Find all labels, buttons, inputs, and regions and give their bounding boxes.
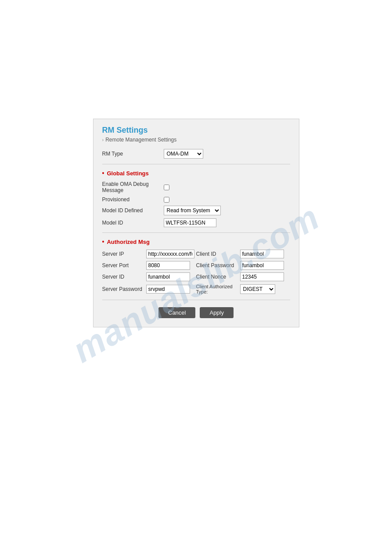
model-id-defined-row: Model ID Defined Read from System (102, 206, 290, 215)
server-id-label: Server ID (102, 274, 146, 280)
subtitle-text: Remote Management Settings (105, 137, 176, 143)
global-settings-title: Global Settings (107, 170, 148, 177)
rm-settings-panel: RM Settings › Remote Management Settings… (93, 119, 299, 327)
client-password-input[interactable] (240, 261, 284, 270)
rm-type-label: RM Type (102, 151, 164, 157)
authorized-msg-bullet: • (102, 238, 104, 245)
provisioned-row: Provisioned (102, 196, 290, 203)
server-password-label: Server Password (102, 286, 146, 292)
model-id-label: Model ID (102, 220, 164, 226)
enable-oma-checkbox[interactable] (164, 185, 169, 190)
provisioned-checkbox[interactable] (164, 197, 169, 203)
client-auth-type-select[interactable]: DIGEST (240, 284, 275, 294)
client-nonce-label: Client Nonce (196, 274, 240, 280)
server-id-input[interactable] (146, 272, 190, 281)
authorized-msg-grid: Server IP Client ID Server Port Client P… (102, 250, 290, 294)
server-ip-label: Server IP (102, 251, 146, 257)
client-id-input[interactable] (240, 250, 284, 258)
subtitle-arrow: › (102, 137, 104, 142)
server-password-left: Server Password (102, 284, 196, 294)
divider-3 (102, 300, 290, 300)
client-nonce-right: Client Nonce (196, 272, 290, 281)
model-id-defined-select[interactable]: Read from System (164, 206, 221, 215)
server-id-left: Server ID (102, 272, 196, 281)
divider-1 (102, 164, 290, 164)
model-id-defined-label: Model ID Defined (102, 207, 164, 214)
divider-2 (102, 232, 290, 233)
page-title: RM Settings (102, 126, 290, 135)
client-nonce-input[interactable] (240, 272, 284, 281)
authorized-msg-heading: • Authorized Msg (102, 238, 290, 245)
enable-oma-label: Enable OMA Debug Message (102, 181, 164, 193)
apply-button[interactable]: Apply (200, 307, 234, 318)
server-ip-input[interactable] (146, 250, 194, 258)
cancel-button[interactable]: Cancel (158, 307, 195, 318)
rm-type-select[interactable]: OMA-DM (164, 149, 203, 159)
client-id-right: Client ID (196, 250, 290, 258)
model-id-input[interactable] (164, 218, 216, 227)
global-settings-bullet: • (102, 170, 104, 177)
model-id-row: Model ID (102, 218, 290, 227)
server-ip-left: Server IP (102, 250, 196, 258)
buttons-row: Cancel Apply (102, 307, 290, 318)
server-port-input[interactable] (146, 261, 190, 270)
server-port-label: Server Port (102, 262, 146, 268)
global-settings-heading: • Global Settings (102, 170, 290, 177)
client-auth-type-label: Client Authorized Type: (196, 284, 240, 294)
client-auth-type-right: Client Authorized Type: DIGEST (196, 284, 290, 294)
client-password-label: Client Password (196, 262, 240, 268)
authorized-msg-title: Authorized Msg (107, 239, 150, 245)
enable-oma-row: Enable OMA Debug Message (102, 181, 290, 193)
provisioned-label: Provisioned (102, 196, 164, 203)
panel-subtitle: › Remote Management Settings (102, 137, 290, 143)
client-password-right: Client Password (196, 261, 290, 270)
server-port-left: Server Port (102, 261, 196, 270)
rm-type-row: RM Type OMA-DM (102, 149, 290, 159)
server-password-input[interactable] (146, 285, 190, 294)
client-id-label: Client ID (196, 251, 240, 257)
